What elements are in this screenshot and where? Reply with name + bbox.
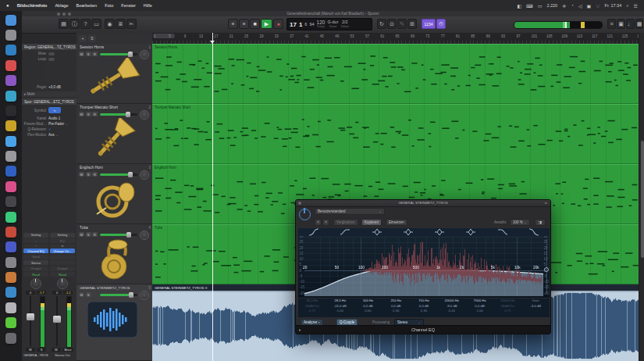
- band-6-bell-icon[interactable]: [465, 228, 476, 236]
- quick-help-icon[interactable]: ?: [80, 19, 91, 29]
- inspector-toggle-icon[interactable]: ⓘ: [69, 19, 80, 29]
- scrollbar-thumb[interactable]: [641, 141, 644, 258]
- record-button[interactable]: ●: [273, 19, 283, 29]
- compare-button[interactable]: Vergleichen: [333, 219, 358, 226]
- pan-knob[interactable]: [30, 278, 41, 289]
- track-volume-slider[interactable]: [100, 53, 137, 55]
- dock-icon[interactable]: [5, 120, 16, 131]
- region-inspector-header[interactable]: Region: GENERAL...TZ_TYROS: [22, 44, 76, 50]
- bluetooth-icon[interactable]: ◧: [517, 3, 521, 9]
- prev-preset-button[interactable]: <: [315, 219, 322, 226]
- stop-button[interactable]: ■: [250, 19, 260, 29]
- replace-icon[interactable]: ⊙: [387, 19, 397, 29]
- freeze-mode-select[interactable]: Pre-Fader: [48, 122, 64, 126]
- clock-icon[interactable]: ◔: [571, 3, 574, 8]
- display-icon[interactable]: ⌨: [526, 3, 533, 9]
- loop-toggle[interactable]: [48, 58, 55, 61]
- spotlight-icon[interactable]: ⌕: [626, 3, 628, 9]
- track-channel-value[interactable]: Audio 1: [48, 116, 60, 120]
- cycle-region[interactable]: [153, 34, 175, 38]
- lcd-tick[interactable]: 94: [309, 22, 314, 27]
- lcd-division[interactable]: 6: [304, 22, 307, 27]
- pan-value[interactable]: 0: [26, 291, 35, 295]
- band-3-bell-icon[interactable]: [372, 228, 382, 236]
- track-pan-knob[interactable]: [140, 291, 149, 300]
- solo-button[interactable]: S: [86, 52, 91, 56]
- wifi-icon[interactable]: ✛: [562, 3, 566, 9]
- dock-icon[interactable]: [5, 302, 16, 313]
- plugin-slot-izotope[interactable]: iZotope Oz...: [50, 248, 75, 253]
- bounce-button[interactable]: Bnce: [62, 348, 73, 352]
- dock-icon[interactable]: [5, 166, 16, 177]
- dock-icon[interactable]: [5, 30, 16, 41]
- midi-region-trumpet[interactable]: Trumpet Marcato Short: [152, 104, 639, 164]
- plugin-link-icon[interactable]: ⚌: [544, 200, 547, 206]
- eq-gain-slider[interactable]: [544, 236, 550, 298]
- eq-band-readout[interactable]: 28,5 Hz-24,0 dB1,00: [326, 298, 354, 317]
- bar-ruler[interactable]: 1591317212529333741454953576165697377818…: [152, 33, 639, 45]
- q-reference-checkbox[interactable]: ✓: [48, 127, 52, 131]
- lcd-beat[interactable]: 1: [299, 21, 302, 28]
- band-2-low-shelf-icon[interactable]: [340, 228, 350, 236]
- strip-name[interactable]: Stereo Out: [50, 353, 75, 357]
- dock-icon[interactable]: [5, 241, 16, 252]
- heart-icon[interactable]: ♡: [596, 3, 600, 9]
- automation-mode[interactable]: Read: [50, 272, 75, 277]
- eq-band-readout[interactable]: 20000 Hz-9,0 dB0,20: [438, 298, 466, 317]
- dock-icon[interactable]: [5, 333, 16, 344]
- battery-icon[interactable]: ▭: [538, 3, 543, 9]
- menubar-item-foto[interactable]: Foto: [105, 3, 113, 8]
- lcd-key[interactable]: G-dur: [327, 20, 338, 25]
- volume-fader[interactable]: [50, 296, 75, 346]
- track-volume-slider[interactable]: [100, 113, 137, 116]
- output-slot[interactable]: Stereo: [23, 260, 48, 265]
- library-toggle-icon[interactable]: ▤: [59, 19, 69, 29]
- dock-icon[interactable]: [5, 287, 16, 298]
- fader-thumb[interactable]: [53, 316, 61, 323]
- dock-icon[interactable]: [5, 257, 16, 268]
- send-slot[interactable]: Send: [23, 255, 48, 259]
- eq-band-readout[interactable]: 30,0 Hz24dB/Oct0,71: [298, 298, 326, 317]
- dock-icon[interactable]: [5, 181, 16, 192]
- plugin-close-icon[interactable]: [298, 202, 301, 205]
- editors-toggle-icon[interactable]: ✂: [126, 19, 137, 29]
- paste-button[interactable]: Einsetzen: [386, 219, 407, 226]
- fader-thumb[interactable]: [27, 313, 34, 320]
- controls-view-icon[interactable]: ◨: [535, 219, 546, 226]
- track-header-4[interactable]: Tuba4 MSR: [76, 224, 152, 284]
- strip-mute-button[interactable]: M: [26, 348, 35, 352]
- volume-fader[interactable]: [23, 296, 48, 346]
- track-volume-slider[interactable]: [100, 294, 137, 296]
- track-pan-knob[interactable]: [140, 170, 149, 180]
- gain-knob[interactable]: [544, 267, 549, 272]
- eq-graph-canvas[interactable]: [298, 236, 550, 298]
- menubar-clock[interactable]: Fr. 17:34: [605, 3, 622, 8]
- window-icon[interactable]: ▣: [586, 3, 591, 9]
- track-pan-knob[interactable]: [140, 110, 149, 120]
- track-volume-slider[interactable]: [100, 173, 137, 176]
- eq-band-readout[interactable]: 250 Hz0,0 dB0,30: [382, 298, 410, 317]
- track-symbol-chip[interactable]: ∿: [48, 107, 61, 113]
- band-7-high-shelf-icon[interactable]: [497, 228, 508, 236]
- playhead-marker[interactable]: [210, 41, 215, 44]
- metronome-button[interactable]: ⏱: [436, 19, 446, 29]
- output-slot[interactable]: [50, 260, 75, 265]
- midi-fx-slot[interactable]: ⌇: [23, 245, 48, 248]
- view-zoom-select[interactable]: 100 % ⌄: [510, 219, 530, 226]
- region-level-value[interactable]: +0,0 dB: [48, 85, 61, 89]
- list-editors-icon[interactable]: ≡: [607, 19, 616, 29]
- solo-button[interactable]: S: [86, 232, 91, 237]
- strip-name[interactable]: GENERA...YROS: [23, 353, 48, 357]
- mute-button[interactable]: M: [79, 112, 84, 116]
- lcd-signature[interactable]: 2/2: [342, 20, 348, 25]
- play-button[interactable]: ▶: [261, 19, 272, 29]
- mute-button[interactable]: M: [79, 292, 84, 297]
- dock-icon[interactable]: [5, 91, 16, 102]
- solo-button[interactable]: S: [86, 292, 91, 297]
- control-center-icon[interactable]: ☰: [634, 3, 638, 9]
- rewind-button[interactable]: «: [228, 19, 238, 29]
- pan-value[interactable]: 0: [52, 291, 62, 295]
- peak-value[interactable]: -1.7: [37, 291, 46, 295]
- track-pan-knob[interactable]: [140, 231, 149, 240]
- lcd-display[interactable]: 17 1 6 94 120Tempo G-durTonart 2/2Taktar…: [286, 18, 372, 30]
